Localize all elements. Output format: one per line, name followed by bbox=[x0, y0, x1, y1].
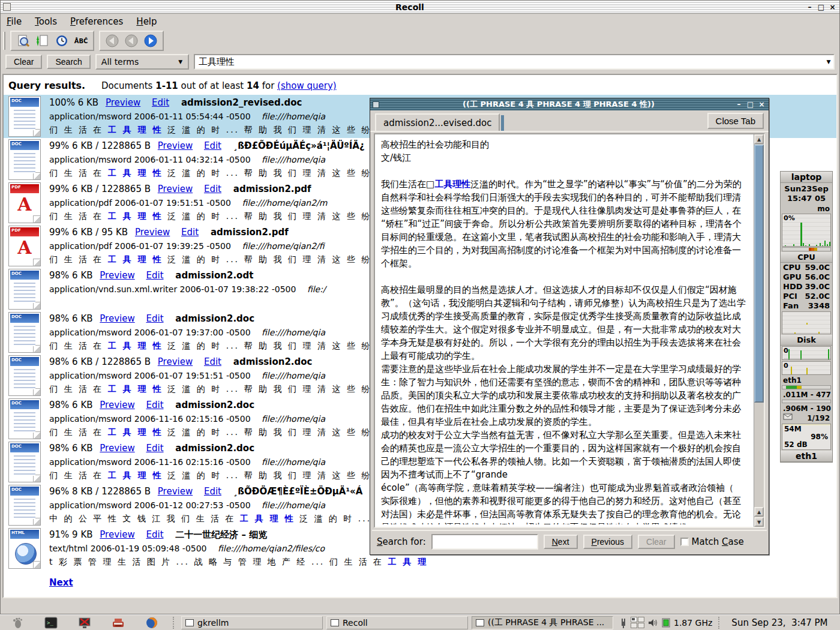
terminal-icon[interactable]: >_ bbox=[44, 616, 58, 629]
preview-link[interactable]: Preview bbox=[158, 356, 193, 367]
preview-findbar: Search for: Next Previous Clear Match Ca… bbox=[372, 530, 767, 553]
preview-tab[interactable]: admission2...evised.doc bbox=[375, 113, 500, 132]
net-krell bbox=[782, 385, 831, 389]
preview-scrollbar[interactable]: ▲ ▲ ▼ bbox=[754, 134, 764, 527]
next-page-link[interactable]: Next bbox=[49, 577, 73, 588]
disk-write-chart[interactable]: 0 bbox=[782, 361, 831, 375]
lock-screen-icon[interactable] bbox=[77, 616, 92, 629]
gnome-menu-icon[interactable] bbox=[10, 616, 25, 629]
tab-baseline bbox=[370, 131, 769, 132]
preview-link[interactable]: Preview bbox=[158, 140, 193, 151]
close-button[interactable]: × bbox=[828, 4, 837, 11]
minimize-button[interactable]: – bbox=[734, 101, 743, 108]
scroll-up-icon[interactable]: ▲ bbox=[754, 507, 764, 517]
wifi-panel[interactable]: 54M 98% 52 dB bbox=[782, 424, 831, 450]
match-case-checkbox[interactable] bbox=[680, 538, 689, 546]
show-query-link[interactable]: (show query) bbox=[277, 80, 337, 91]
find-previous-button[interactable]: Previous bbox=[583, 535, 632, 549]
gkrellm-monitor[interactable]: laptop Sun23Sep 15:47 05 mo 0% CPU CPU59… bbox=[780, 171, 833, 463]
taskbar-clock[interactable]: Sun Sep 23, 3:47 PM bbox=[727, 617, 832, 628]
preview-link[interactable]: Preview bbox=[106, 97, 140, 108]
typewriter-icon[interactable] bbox=[111, 616, 125, 629]
page-fold bbox=[33, 431, 41, 439]
find-input[interactable] bbox=[431, 534, 538, 550]
edit-link[interactable]: Edit bbox=[204, 140, 221, 151]
result-mimetype-date: application/vnd.sun.xml.writer 2006-01-0… bbox=[49, 284, 296, 294]
result-filename: admission2.doc bbox=[175, 443, 254, 454]
preview-link[interactable]: Preview bbox=[100, 443, 134, 454]
menu-file[interactable]: File bbox=[7, 16, 22, 27]
query-input[interactable] bbox=[195, 56, 824, 67]
edit-link[interactable]: Edit bbox=[146, 529, 164, 540]
edit-link[interactable]: Edit bbox=[181, 227, 199, 238]
prev-page-icon[interactable] bbox=[123, 33, 140, 49]
edit-link[interactable]: Edit bbox=[204, 486, 221, 497]
edit-link[interactable]: Edit bbox=[152, 97, 169, 108]
window-menu-icon[interactable] bbox=[3, 3, 11, 11]
taskbar-window-button[interactable]: gkrellm bbox=[181, 616, 323, 629]
clear-button[interactable]: Clear bbox=[5, 55, 42, 69]
find-next-button[interactable]: Next bbox=[544, 535, 578, 549]
fan-chart[interactable] bbox=[782, 311, 831, 334]
edit-link[interactable]: Edit bbox=[146, 270, 164, 281]
power-plug-icon[interactable] bbox=[618, 617, 628, 629]
toolbar-handle[interactable] bbox=[3, 32, 5, 50]
task-list: gkrellmRecoll((工 PHRASE 4 具 PHRASE ... bbox=[181, 616, 613, 629]
history-clock-icon[interactable] bbox=[53, 33, 70, 49]
query-history-chevron-icon[interactable]: ▼ bbox=[824, 56, 833, 67]
volume-icon[interactable] bbox=[647, 618, 658, 628]
term-explorer-icon[interactable]: ÅBĈ bbox=[73, 33, 89, 49]
preview-link[interactable]: Preview bbox=[100, 400, 134, 410]
preview-link[interactable]: Preview bbox=[100, 313, 134, 324]
main-titlebar[interactable]: Recoll – □ × bbox=[1, 1, 839, 14]
cpu-chart[interactable]: 0% bbox=[782, 214, 831, 247]
wifi-quality: 98% bbox=[811, 433, 828, 441]
result-mimetype-date: application/pdf 2006-01-07 19:39:25 -050… bbox=[49, 241, 231, 251]
menu-help[interactable]: Help bbox=[136, 16, 157, 27]
scroll-up-icon[interactable]: ▲ bbox=[754, 134, 764, 144]
scrollbar-thumb[interactable] bbox=[754, 145, 764, 403]
menubar: File Tools Preferences Help bbox=[1, 14, 839, 29]
preview-link[interactable]: Preview bbox=[158, 184, 193, 194]
edit-link[interactable]: Edit bbox=[204, 184, 221, 194]
preview-link[interactable]: Preview bbox=[100, 270, 134, 281]
search-mode-select[interactable]: All terms ▼ bbox=[95, 54, 189, 70]
scroll-down-icon[interactable]: ▼ bbox=[754, 517, 764, 527]
edit-link[interactable]: Edit bbox=[146, 313, 164, 324]
preview-titlebar[interactable]: ((工 PHRASE 4 具 PHRASE 4 理 PHRASE 4 性)) –… bbox=[370, 98, 769, 110]
window-menu-icon[interactable] bbox=[373, 101, 379, 108]
edit-link[interactable]: Edit bbox=[146, 443, 164, 454]
edit-link[interactable]: Edit bbox=[204, 356, 221, 367]
result-filename: admission2_revised.doc bbox=[181, 97, 302, 108]
disk-read-chart[interactable]: 0 bbox=[782, 346, 831, 360]
sort-parameters-icon[interactable] bbox=[34, 33, 51, 49]
advanced-search-icon[interactable] bbox=[15, 33, 32, 49]
first-page-icon[interactable] bbox=[104, 33, 121, 49]
gkrellm-uptime: mo bbox=[781, 205, 832, 213]
menu-preferences[interactable]: Preferences bbox=[70, 16, 123, 27]
disk-read-label: 0 bbox=[784, 347, 788, 355]
menu-tools[interactable]: Tools bbox=[35, 16, 57, 27]
chevron-down-icon: ▼ bbox=[176, 56, 185, 67]
doc-icon bbox=[8, 355, 41, 396]
close-tab-button[interactable]: Close Tab bbox=[707, 113, 764, 129]
maximize-button[interactable]: □ bbox=[746, 101, 755, 108]
find-clear-button[interactable]: Clear bbox=[638, 535, 674, 549]
taskbar-window-button[interactable]: Recoll bbox=[326, 616, 468, 629]
workspace-switcher[interactable] bbox=[631, 617, 644, 628]
cpufreq-monitor-icon[interactable] bbox=[661, 617, 671, 628]
preview-link[interactable]: Preview bbox=[100, 529, 134, 540]
preview-link[interactable]: Preview bbox=[135, 227, 170, 238]
preview-link[interactable]: Preview bbox=[158, 486, 193, 497]
next-page-icon[interactable] bbox=[142, 33, 159, 49]
firefox-icon[interactable] bbox=[145, 616, 159, 629]
search-button[interactable]: Search bbox=[47, 55, 90, 69]
taskbar-window-button[interactable]: ((工 PHRASE 4 具 PHRASE ... bbox=[472, 616, 613, 629]
close-button[interactable]: × bbox=[757, 101, 766, 108]
doc-icon bbox=[8, 485, 41, 526]
maximize-button[interactable]: □ bbox=[817, 4, 826, 11]
preview-content[interactable]: 高校招生的社会功能和目的 文/钱江 我们生活在□工具理性泛滥的时代。作为“世之显… bbox=[374, 133, 765, 528]
result-url: file:///home/qia bbox=[262, 155, 325, 164]
edit-link[interactable]: Edit bbox=[146, 400, 164, 410]
minimize-button[interactable]: – bbox=[805, 4, 814, 11]
